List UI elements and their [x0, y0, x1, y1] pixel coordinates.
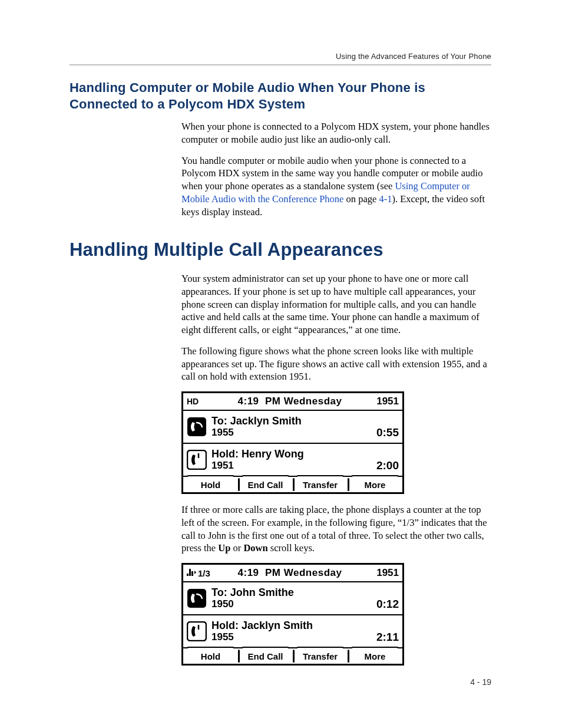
hdx-paragraph-1: When your phone is connected to a Polyco…	[181, 120, 491, 146]
phone1-clock: 4:19 PM Wednesday	[210, 396, 369, 407]
phone2-call-row-1: To: John Smithe 1950 0:12	[183, 582, 402, 615]
phone1-call2-line1: Hold: Henry Wong	[211, 449, 372, 459]
phone2-time: 4:19	[238, 567, 259, 578]
phone1-softkeys: Hold End Call Transfer More	[183, 477, 402, 492]
phone2-call-row-2: Hold: Jacklyn Smith 1955 2:11	[183, 615, 402, 648]
phone1-softkey-transfer-label: Transfer	[303, 480, 338, 490]
phone2-clock: 4:19 PM Wednesday	[210, 567, 369, 579]
hdx-body: When your phone is connected to a Polyco…	[181, 120, 491, 218]
page: Using the Advanced Features of Your Phon…	[0, 0, 562, 728]
phone1-day: Wednesday	[284, 396, 342, 407]
phone2-call1-duration: 0:12	[376, 598, 399, 612]
phone-figure-2: 1/3 4:19 PM Wednesday 1951 To: John Smit…	[181, 563, 404, 666]
hdx-paragraph-2: You handle computer or mobile audio when…	[181, 154, 491, 219]
heading-multiple-call-appearances: Handling Multiple Call Appearances	[70, 239, 491, 261]
phone1-ampm: PM	[265, 396, 281, 407]
running-head: Using the Advanced Features of Your Phon…	[70, 52, 491, 61]
phone2-softkey-hold-label: Hold	[201, 651, 220, 661]
phone1-call-row-2: Hold: Henry Wong 1951 2:00	[183, 444, 402, 477]
phone1-softkey-hold: Hold	[183, 477, 238, 492]
multi-paragraph-2: The following figure shows what the phon…	[181, 345, 491, 383]
phone1-status-bar: HD 4:19 PM Wednesday 1951	[183, 393, 402, 411]
phone2-status-left: 1/3	[187, 568, 210, 578]
phone2-softkey-more-label: More	[365, 651, 386, 661]
handset-hold-icon	[187, 621, 207, 641]
phone2-call1-line2: 1950	[211, 599, 372, 609]
multi-p3-text-b: scroll keys.	[268, 542, 315, 554]
key-down: Down	[243, 542, 267, 554]
phone1-softkey-endcall-label: End Call	[247, 480, 283, 490]
hd-icon: HD	[187, 397, 201, 406]
phone1-softkey-endcall: End Call	[238, 477, 293, 492]
svg-rect-9	[187, 622, 206, 641]
multi-paragraph-1: Your system administrator can set up you…	[181, 272, 491, 337]
phone2-call1-line1: To: John Smithe	[211, 587, 372, 598]
phone1-call1-lines: To: Jacklyn Smith 1955	[211, 416, 372, 437]
key-up: Up	[218, 542, 230, 554]
phone1-time: 4:19	[238, 396, 259, 407]
phone2-softkey-more: More	[348, 648, 402, 664]
phone2-call2-duration: 2:11	[376, 631, 399, 645]
phone1-extension: 1951	[369, 396, 399, 407]
phone2-softkey-transfer: Transfer	[293, 648, 348, 664]
phone2-ampm: PM	[265, 567, 281, 578]
phone2-softkey-endcall-label: End Call	[247, 651, 283, 661]
phone1-softkey-transfer: Transfer	[293, 477, 348, 492]
link-page-4-1[interactable]: 4-1	[379, 193, 392, 205]
multi-paragraph-3: If three or more calls are taking place,…	[181, 503, 491, 555]
phone1-softkey-more: More	[348, 477, 402, 492]
phone2-call1-lines: To: John Smithe 1950	[211, 587, 372, 609]
svg-rect-5	[189, 569, 191, 576]
handset-active-icon	[187, 588, 207, 608]
phone1-call1-line2: 1955	[211, 427, 372, 437]
handset-hold-icon	[187, 450, 207, 470]
phone2-counter: 1/3	[198, 568, 210, 578]
phone2-softkeys: Hold End Call Transfer More	[183, 648, 402, 664]
svg-rect-1	[187, 417, 206, 436]
phone1-status-left: HD	[187, 397, 210, 406]
phone1-call1-duration: 0:55	[376, 426, 399, 440]
phone1-softkey-more-label: More	[365, 480, 386, 490]
phone1-call2-duration: 2:00	[376, 459, 399, 473]
handset-active-icon	[187, 417, 207, 437]
phone2-softkey-hold: Hold	[183, 648, 238, 664]
svg-marker-7	[194, 571, 196, 574]
phone1-softkey-hold-label: Hold	[201, 480, 220, 490]
phone2-extension: 1951	[369, 567, 399, 579]
heading-hdx: Handling Computer or Mobile Audio When Y…	[70, 80, 491, 112]
phone1-call2-line2: 1951	[211, 460, 372, 470]
phone2-softkey-endcall: End Call	[238, 648, 293, 664]
header-rule	[70, 64, 491, 65]
multi-body: Your system administrator can set up you…	[181, 272, 491, 666]
signal-icon	[187, 569, 196, 577]
svg-rect-2	[187, 450, 206, 469]
page-number: 4 - 19	[470, 677, 491, 687]
phone2-call2-line1: Hold: Jacklyn Smith	[211, 620, 372, 631]
phone2-call2-line2: 1955	[211, 632, 372, 642]
phone1-call-row-1: To: Jacklyn Smith 1955 0:55	[183, 411, 402, 444]
svg-rect-4	[187, 574, 189, 576]
svg-text:HD: HD	[187, 397, 199, 406]
phone2-status-bar: 1/3 4:19 PM Wednesday 1951	[183, 565, 402, 582]
phone1-call1-line1: To: Jacklyn Smith	[211, 416, 372, 426]
svg-rect-6	[191, 571, 193, 576]
phone2-day: Wednesday	[284, 567, 342, 578]
multi-p3-or: or	[230, 542, 243, 554]
phone-figure-1: HD 4:19 PM Wednesday 1951 To:	[181, 391, 404, 494]
phone1-call2-lines: Hold: Henry Wong 1951	[211, 449, 372, 470]
svg-rect-8	[187, 589, 206, 608]
hdx-p2-text-b: on page	[343, 193, 379, 205]
phone2-softkey-transfer-label: Transfer	[303, 651, 338, 661]
phone2-call2-lines: Hold: Jacklyn Smith 1955	[211, 620, 372, 642]
